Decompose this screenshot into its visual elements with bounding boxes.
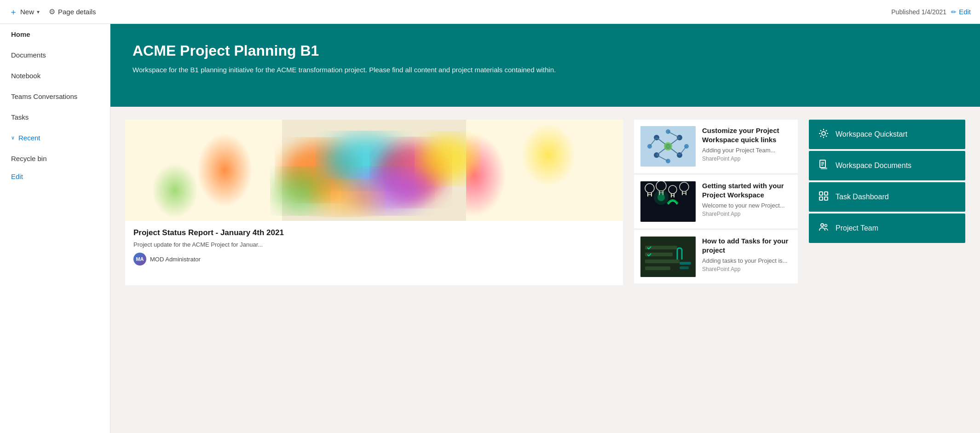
svg-point-26 <box>664 143 672 150</box>
news-content: Customize your Project Workspace quick l… <box>702 126 791 167</box>
news-source: SharePoint App <box>702 156 791 162</box>
published-label: Published 1/4/2021 <box>891 8 946 16</box>
sidebar-item-home[interactable]: Home <box>0 24 110 45</box>
news-content: Getting started with your Project Worksp… <box>702 181 791 222</box>
news-source: SharePoint App <box>702 211 791 217</box>
svg-rect-71 <box>819 197 823 200</box>
hero-banner: ACME Project Planning B1 Workspace for t… <box>110 24 980 107</box>
document-icon <box>818 159 829 173</box>
sidebar-item-label: Notebook <box>11 72 40 80</box>
sidebar-item-tasks[interactable]: Tasks <box>0 107 110 127</box>
sun-icon <box>818 128 829 141</box>
news-item[interactable]: Customize your Project Workspace quick l… <box>634 120 798 173</box>
page-details-label: Page details <box>58 8 96 16</box>
sidebar-item-label: Home <box>11 30 30 38</box>
news-content: How to add Tasks for your project Adding… <box>702 237 791 277</box>
sidebar-item-label: Documents <box>11 51 46 59</box>
topbar: ＋ New ▾ ⚙ Page details Published 1/4/202… <box>0 0 980 24</box>
news-description: Adding your Project Team... <box>702 147 791 154</box>
featured-image-inner <box>125 120 623 221</box>
svg-rect-65 <box>821 167 827 169</box>
topbar-right: Published 1/4/2021 ✏ Edit <box>891 8 971 16</box>
svg-rect-27 <box>640 181 696 222</box>
sidebar-item-recycle-bin[interactable]: Recycle bin <box>0 148 110 169</box>
sidebar-item-recent[interactable]: ∨ Recent <box>0 127 110 148</box>
quicklink-label: Project Team <box>836 224 878 232</box>
quicklink-label: Task Dashboard <box>836 193 889 201</box>
svg-rect-46 <box>640 237 696 277</box>
quicklink-label: Workspace Documents <box>836 162 911 170</box>
sidebar-item-label: Recent <box>18 134 40 142</box>
team-icon <box>818 222 829 235</box>
quicklinks-column: Workspace Quickstart Workspace Documents <box>809 120 965 285</box>
sidebar-item-teams-conversations[interactable]: Teams Conversations <box>0 86 110 107</box>
quicklink-label: Workspace Quickstart <box>836 130 907 139</box>
hero-description: Workspace for the B1 planning initiative… <box>133 65 639 75</box>
news-description: Adding tasks to your Project is... <box>702 257 791 264</box>
author-name: MOD Administrator <box>150 256 201 263</box>
news-item[interactable]: How to add Tasks for your project Adding… <box>634 230 798 283</box>
topbar-left: ＋ New ▾ ⚙ Page details <box>9 6 96 17</box>
edit-button[interactable]: ✏ Edit <box>951 8 971 16</box>
new-label: New <box>20 8 34 16</box>
sidebar-item-edit[interactable]: Edit <box>0 169 110 187</box>
sidebar-item-notebook[interactable]: Notebook <box>0 65 110 86</box>
news-title: How to add Tasks for your project <box>702 237 791 254</box>
svg-point-73 <box>821 224 824 226</box>
news-thumbnail <box>640 181 696 222</box>
svg-point-55 <box>822 132 825 135</box>
svg-point-4 <box>420 136 475 182</box>
svg-line-61 <box>826 135 827 136</box>
plus-icon: ＋ <box>9 6 17 17</box>
task-dashboard-button[interactable]: Task Dashboard <box>809 182 965 212</box>
tasks-icon <box>818 191 829 204</box>
hero-title: ACME Project Planning B1 <box>133 42 958 59</box>
sidebar-item-label: Edit <box>11 173 23 180</box>
edit-label: Edit <box>959 8 971 16</box>
news-thumbnail <box>640 126 696 167</box>
svg-point-7 <box>314 182 379 214</box>
gear-icon: ⚙ <box>49 7 55 16</box>
svg-line-62 <box>826 130 827 131</box>
news-column: Customize your Project Workspace quick l… <box>634 120 798 285</box>
featured-author: MA MOD Administrator <box>133 253 615 266</box>
sidebar-item-label: Tasks <box>11 113 29 121</box>
sidebar-item-documents[interactable]: Documents <box>0 45 110 65</box>
svg-rect-49 <box>645 260 680 263</box>
page-details-button[interactable]: ⚙ Page details <box>49 7 96 16</box>
news-item[interactable]: Getting started with your Project Worksp… <box>634 175 798 228</box>
project-team-button[interactable]: Project Team <box>809 214 965 243</box>
svg-line-60 <box>820 130 821 131</box>
news-thumbnail <box>640 237 696 277</box>
main-layout: Home Documents Notebook Teams Conversati… <box>0 24 980 433</box>
svg-rect-72 <box>824 197 828 200</box>
featured-title: Project Status Report - January 4th 2021 <box>133 228 615 237</box>
chevron-down-icon: ▾ <box>37 9 40 15</box>
sidebar: Home Documents Notebook Teams Conversati… <box>0 24 110 433</box>
svg-point-45 <box>657 194 665 201</box>
news-source: SharePoint App <box>702 266 791 272</box>
svg-rect-53 <box>680 262 691 265</box>
featured-image <box>125 120 623 221</box>
sidebar-item-label: Teams Conversations <box>11 92 77 100</box>
svg-rect-69 <box>819 192 823 195</box>
svg-point-74 <box>825 224 827 226</box>
featured-card[interactable]: Project Status Report - January 4th 2021… <box>125 120 623 285</box>
new-button[interactable]: ＋ New ▾ <box>9 6 40 17</box>
featured-description: Project update for the ACME Project for … <box>133 241 615 248</box>
featured-content: Project Status Report - January 4th 2021… <box>125 221 623 272</box>
avatar: MA <box>133 253 146 266</box>
svg-line-63 <box>820 135 821 136</box>
content-grid: Project Status Report - January 4th 2021… <box>110 107 980 298</box>
workspace-quickstart-button[interactable]: Workspace Quickstart <box>809 120 965 149</box>
workspace-documents-button[interactable]: Workspace Documents <box>809 151 965 180</box>
sidebar-item-label: Recycle bin <box>11 155 47 162</box>
svg-rect-50 <box>645 266 670 270</box>
chevron-down-icon: ∨ <box>11 135 15 141</box>
svg-rect-70 <box>824 192 828 195</box>
news-title: Getting started with your Project Worksp… <box>702 181 791 199</box>
pencil-icon: ✏ <box>951 8 957 16</box>
content-area: ACME Project Planning B1 Workspace for t… <box>110 24 980 433</box>
svg-rect-54 <box>680 266 689 269</box>
news-description: Welcome to your new Project... <box>702 202 791 209</box>
